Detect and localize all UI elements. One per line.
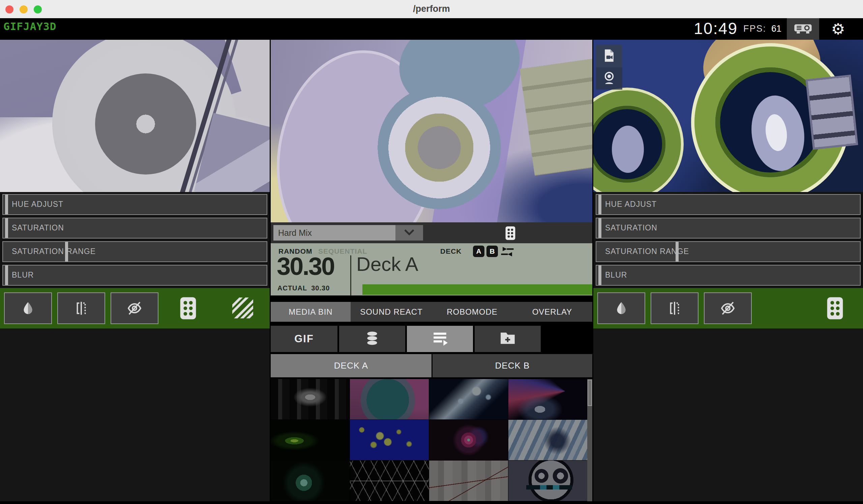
media-thumbnail[interactable]	[350, 420, 429, 460]
media-thumbnail[interactable]	[350, 461, 429, 501]
media-stack-icon	[364, 330, 380, 348]
preview-art	[612, 126, 644, 173]
gear-icon: ⚙	[831, 21, 845, 37]
playlist-button[interactable]	[407, 326, 473, 352]
deck-b-panel: HUE ADJUST SATURATION SATURATION RANGE B…	[593, 40, 863, 504]
media-thumbnail[interactable]	[508, 379, 587, 419]
slider-label: HUE ADJUST	[605, 200, 657, 209]
media-thumbnail[interactable]	[429, 379, 508, 419]
deck-a-video-preview[interactable]	[0, 40, 270, 192]
slider-handle[interactable]	[598, 218, 601, 238]
media-thumbnail[interactable]	[429, 420, 508, 460]
media-thumbnail[interactable]	[271, 461, 350, 501]
dice-icon	[504, 236, 516, 242]
hide-layer-button[interactable]	[704, 293, 752, 324]
slider-hue-adjust[interactable]: HUE ADJUST	[596, 194, 861, 215]
add-folder-button[interactable]	[475, 326, 541, 352]
slider-label: BLUR	[12, 271, 34, 280]
clock: 10:49	[694, 19, 738, 38]
deck-b-bin-tab[interactable]: DECK B	[433, 354, 592, 377]
flip-effect-button[interactable]	[651, 293, 699, 324]
clip-progress-bar[interactable]	[362, 284, 592, 295]
slider-saturation-range[interactable]: SATURATION RANGE	[596, 241, 861, 262]
flip-horizontal-icon	[74, 300, 89, 316]
tab-robomode[interactable]: ROBOMODE	[432, 302, 512, 322]
slider-blur[interactable]: BLUR	[596, 265, 861, 286]
app-header: GIFJAY3D 10:49 FPS: 61 ⚙	[0, 18, 863, 40]
window-titlebar: /perform	[0, 0, 863, 19]
deck-a-badge[interactable]: A	[473, 246, 485, 257]
grid-scrollbar[interactable]	[587, 379, 592, 501]
webcam-source-button[interactable]	[596, 67, 622, 90]
fps-value: 61	[771, 24, 781, 34]
tab-media-bin[interactable]: MEDIA BIN	[271, 302, 351, 322]
slider-handle[interactable]	[5, 218, 8, 238]
deck-b-video-preview[interactable]	[593, 40, 863, 192]
hide-layer-button[interactable]	[111, 293, 159, 324]
blend-mode-value: Hard Mix	[273, 228, 312, 238]
video-file-icon	[602, 48, 616, 64]
media-thumbnail[interactable]	[508, 420, 587, 460]
randomize-deck-button[interactable]	[179, 296, 198, 322]
slider-label: HUE ADJUST	[12, 200, 63, 209]
playlist-icon	[432, 330, 448, 348]
slider-handle[interactable]	[5, 195, 8, 214]
grid-scrollbar-thumb[interactable]	[588, 380, 592, 406]
contrast-droplet-icon	[614, 300, 629, 316]
tab-sound-react[interactable]: SOUND REACT	[351, 302, 432, 322]
slider-hue-adjust[interactable]: HUE ADJUST	[2, 194, 267, 215]
preview-art	[805, 75, 858, 150]
slider-handle[interactable]	[5, 266, 8, 285]
contrast-effect-button[interactable]	[4, 293, 52, 324]
slider-saturation[interactable]: SATURATION	[2, 218, 267, 238]
deck-select-label: DECK	[440, 247, 462, 255]
media-thumbnail[interactable]	[350, 379, 429, 419]
slider-label: SATURATION RANGE	[605, 247, 689, 256]
deck-a-bin-tab[interactable]: DECK A	[271, 354, 432, 377]
slider-handle[interactable]	[598, 266, 601, 285]
slider-saturation-range[interactable]: SATURATION RANGE	[2, 241, 267, 262]
tab-overlay[interactable]: OVERLAY	[512, 302, 592, 322]
randomize-deck-button[interactable]	[826, 296, 845, 322]
webcam-icon	[602, 70, 616, 87]
deck-a-effect-sliders: HUE ADJUST SATURATION SATURATION RANGE B…	[0, 192, 270, 288]
gif-source-button[interactable]: GIF	[271, 326, 337, 352]
slider-handle[interactable]	[598, 195, 601, 214]
deck-a-empty-area	[0, 328, 270, 501]
blend-mode-select[interactable]: Hard Mix	[273, 225, 396, 241]
eye-off-icon	[126, 300, 142, 316]
bpm-input[interactable]: 30.30	[277, 252, 335, 278]
flip-effect-button[interactable]	[57, 293, 105, 324]
blend-mode-dropdown-button[interactable]	[396, 225, 423, 241]
gif-label: GIF	[294, 333, 314, 345]
media-thumbnail[interactable]	[271, 379, 350, 419]
deck-b-effect-sliders: HUE ADJUST SATURATION SATURATION RANGE B…	[593, 192, 863, 288]
swap-decks-button[interactable]	[500, 246, 515, 259]
media-stack-button[interactable]	[339, 326, 405, 352]
deck-b-badge[interactable]: B	[486, 246, 498, 257]
preview-art	[370, 78, 508, 217]
settings-button[interactable]: ⚙	[822, 18, 854, 40]
media-thumbnail[interactable]	[429, 461, 508, 501]
window-title: /perform	[0, 4, 863, 14]
contrast-effect-button[interactable]	[597, 293, 645, 324]
media-thumbnail-grid	[271, 379, 587, 501]
bpm-actual-value: 30.30	[311, 284, 330, 292]
slider-blur[interactable]: BLUR	[2, 265, 267, 286]
projector-icon	[793, 22, 812, 36]
app-logo: GIFJAY3D	[3, 20, 56, 33]
chevron-down-icon	[403, 229, 415, 237]
media-thumbnail[interactable]	[508, 461, 587, 501]
mix-video-preview[interactable]	[271, 40, 592, 222]
blend-mode-strip: Hard Mix	[271, 222, 592, 243]
eye-off-icon	[720, 300, 736, 316]
deck-a-panel: HUE ADJUST SATURATION SATURATION RANGE B…	[0, 40, 270, 504]
media-thumbnail[interactable]	[271, 420, 350, 460]
stripes-effect-button[interactable]	[232, 297, 253, 320]
dice-icon	[179, 316, 198, 322]
bpm-actual-label: ACTUAL	[277, 284, 307, 292]
slider-saturation[interactable]: SATURATION	[596, 218, 861, 238]
projector-output-button[interactable]	[787, 18, 819, 40]
randomize-blend-button[interactable]	[504, 225, 516, 242]
video-file-source-button[interactable]	[596, 45, 622, 67]
